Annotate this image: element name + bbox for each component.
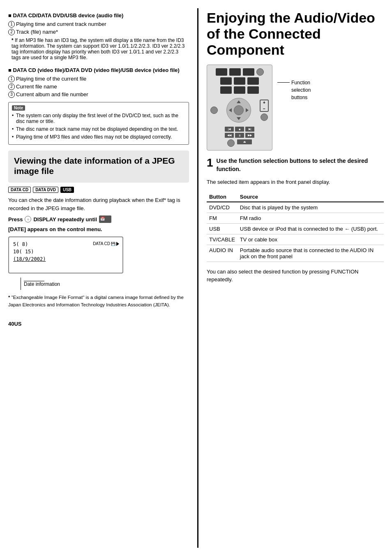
date-label-area: Date information <box>8 278 189 290</box>
fn-btn-1 <box>216 68 227 76</box>
function-label1: Function <box>291 80 310 86</box>
date-info-label: Date information <box>24 281 60 287</box>
badge-usb: USB <box>60 187 74 193</box>
play-triangle-icon <box>116 242 119 246</box>
ffw-btn[interactable]: ▶▶ <box>245 133 254 138</box>
section1-footnote-text: If an MP3 file has an ID3 tag, the syste… <box>12 37 184 60</box>
press-instruction: Press ○ DISPLAY repeatedly until 📅 <box>8 215 189 223</box>
plus-minus-control[interactable]: + − <box>260 100 269 112</box>
fn-btn-light-1 <box>256 68 264 76</box>
section2-item2: 2 Current file name <box>8 83 189 90</box>
cell-source-2: USB device or iPod that is connected to … <box>238 223 384 234</box>
transport-row1: |◀ ■ ▶| <box>210 127 269 132</box>
fn-btn-4 <box>220 77 232 85</box>
note-label: Note <box>12 105 25 111</box>
screen-mockup: 5( 8) 10( 15) (18/9/2002) DATA CD 💾 <box>8 236 123 273</box>
nav-up-icon <box>237 100 241 103</box>
cell-source-0: Disc that is played by the system <box>238 202 384 213</box>
section1-item1-text: Playing time and current track number <box>16 21 106 27</box>
col-button: Button <box>207 192 238 202</box>
table-row: AUDIO INPortable audio source that is co… <box>207 245 384 262</box>
circle-1: 1 <box>8 21 15 28</box>
minus-icon: − <box>263 107 265 111</box>
viewing-footnote: * "Exchangeable Image File Format" is a … <box>8 294 189 308</box>
left-column: ■ DATA CD/DATA DVD/USB device (audio fil… <box>8 8 197 548</box>
stop-btn[interactable]: ■ <box>235 127 244 132</box>
display-middle: DISPLAY repeatedly until <box>33 216 97 222</box>
step1-body: The selected item appears in the front p… <box>207 178 384 186</box>
cell-button-1: FM <box>207 213 238 223</box>
section1-footnote: * If an MP3 file has an ID3 tag, the sys… <box>8 37 189 60</box>
power-btn[interactable] <box>227 139 235 147</box>
badge-data-cd: DATA CD <box>8 187 31 193</box>
section2-item1: 1 Playing time of the current file <box>8 76 189 82</box>
note-box: Note The system can only display the fir… <box>8 102 189 145</box>
viewing-box: Viewing the date information of a JPEG i… <box>8 151 189 183</box>
fn-btn-6 <box>247 77 259 85</box>
date-icon: 📅 <box>99 215 111 223</box>
viewing-title: Viewing the date information of a JPEG i… <box>14 155 183 176</box>
nav-center-btn[interactable] <box>234 105 244 115</box>
top-btn-row <box>210 68 269 76</box>
nav-right-icon <box>246 108 249 112</box>
section2-header: ■ DATA CD (video file)/DATA DVD (video f… <box>8 67 189 73</box>
viewing-footnote-text: "Exchangeable Image File Format" is a di… <box>8 295 184 307</box>
function-label-text: Function selection buttons <box>291 79 311 101</box>
note-item2: The disc name or track name may not be d… <box>12 126 185 132</box>
transport-row2: ◀◀ ⏸ ▶▶ <box>210 133 269 138</box>
step1-instruction: Use the function selection buttons to se… <box>217 157 384 173</box>
right-column: Enjoying the Audio/Video of the Connecte… <box>197 8 384 548</box>
cell-source-3: TV or cable box <box>238 234 384 245</box>
vertical-line <box>21 278 21 290</box>
pause-btn[interactable]: ⏸ <box>235 133 244 138</box>
nav-down-icon <box>237 117 241 120</box>
device-image: + − |◀ ■ ▶| ◀◀ ⏸ ▶▶ <box>207 65 272 151</box>
circle-s2-2: 2 <box>8 83 15 90</box>
fn-btn-2 <box>229 68 241 76</box>
table-row: TV/CABLETV or cable box <box>207 234 384 245</box>
note-item1: The system can only display the first le… <box>12 113 185 124</box>
nav-left-icon <box>229 108 232 112</box>
round-btn-right[interactable] <box>261 114 268 121</box>
cell-button-4: AUDIO IN <box>207 245 238 262</box>
screen-right: DATA CD 💾 <box>93 241 119 246</box>
section2-item3-text: Current album and file number <box>16 91 88 97</box>
rew-btn[interactable]: ◀◀ <box>225 133 234 138</box>
next-btn[interactable]: ▶| <box>245 127 254 132</box>
press-end: [DATE] appears on the control menu. <box>8 226 189 232</box>
nav-row: + − <box>210 95 269 125</box>
table-row: FMFM radio <box>207 213 384 223</box>
also-note: You can also select the desired function… <box>207 268 384 284</box>
bottom-row: ⏏ <box>210 139 269 147</box>
function-label-line: Function selection buttons <box>277 79 311 101</box>
table-row: USBUSB device or iPod that is connected … <box>207 223 384 234</box>
circle-s2-1: 1 <box>8 76 15 82</box>
cell-button-3: TV/CABLE <box>207 234 238 245</box>
circle-2: 2 <box>8 29 15 35</box>
nav-btn-1 <box>210 107 218 114</box>
step1-header: 1 Use the function selection buttons to … <box>207 157 384 176</box>
eject-btn[interactable]: ⏏ <box>237 139 252 144</box>
function-table: Button Source DVD/CDDisc that is played … <box>207 192 384 262</box>
cell-source-4: Portable audio source that is connected … <box>238 245 384 262</box>
prev-btn[interactable]: |◀ <box>225 127 234 132</box>
section2-item3: 3 Current album and file number <box>8 91 189 98</box>
section2-item2-text: Current file name <box>16 83 57 90</box>
fn-btn-7 <box>220 86 232 94</box>
section1-item2: 2 Track (file) name* <box>8 29 189 35</box>
page-number: 40US <box>8 321 189 327</box>
cell-button-2: USB <box>207 223 238 234</box>
fn-btn-5 <box>234 77 245 85</box>
table-row: DVD/CDDisc that is played by the system <box>207 202 384 213</box>
press-label: Press <box>8 216 23 222</box>
screen-line3: (18/9/2002) <box>13 255 118 263</box>
right-title: Enjoying the Audio/Video of the Connecte… <box>207 10 384 58</box>
plus-icon: + <box>263 100 265 105</box>
section1-item1: 1 Playing time and current track number <box>8 21 189 28</box>
function-label3: buttons <box>291 95 307 100</box>
fn-btn-3 <box>243 68 254 76</box>
nav-cluster[interactable] <box>226 98 251 123</box>
right-side-controls: + − <box>260 100 269 121</box>
date-label-text: Date information <box>24 281 60 287</box>
section1-header: ■ DATA CD/DATA DVD/USB device (audio fil… <box>8 12 189 19</box>
